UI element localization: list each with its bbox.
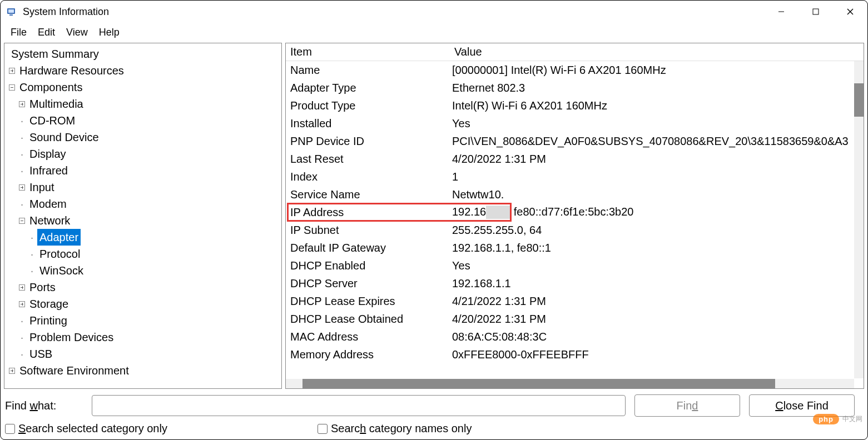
cell-value: 4/21/2022 1:31 PM <box>450 295 864 308</box>
checkbox[interactable] <box>5 424 15 434</box>
col-item[interactable]: Item <box>286 43 450 61</box>
find-panel: Find what: Find Close Find Search select… <box>1 390 867 439</box>
cell-item: IP Subnet <box>286 224 450 237</box>
table-row-ip-address[interactable]: IP Address192.16 fe80::d77:6f1e:5bc:3b20 <box>286 203 864 221</box>
menu-edit[interactable]: Edit <box>32 24 61 41</box>
expand-icon[interactable] <box>9 68 15 74</box>
table-row[interactable]: PNP Device IDPCI\VEN_8086&DEV_A0F0&SUBSY… <box>286 132 864 150</box>
menu-view[interactable]: View <box>61 24 93 41</box>
svg-rect-2 <box>9 14 13 16</box>
tree-modem[interactable]: ·Modem <box>19 196 280 212</box>
table-row[interactable]: Adapter TypeEthernet 802.3 <box>286 79 864 97</box>
table-row[interactable]: Name[00000001] Intel(R) Wi-Fi 6 AX201 16… <box>286 61 864 79</box>
expand-icon[interactable] <box>19 284 25 291</box>
cell-item: PNP Device ID <box>286 135 450 148</box>
cell-item: Last Reset <box>286 153 450 166</box>
menu-help[interactable]: Help <box>93 24 125 41</box>
table-row[interactable]: IP Subnet255.255.255.0, 64 <box>286 221 864 239</box>
cell-value: 192.16 fe80::d77:6f1e:5bc:3b20 <box>450 206 864 219</box>
table-row[interactable]: MAC Address08:6A:C5:08:48:3C <box>286 328 864 346</box>
opt-selected-category[interactable]: Search selected category only <box>5 422 167 435</box>
expand-icon[interactable] <box>9 368 15 374</box>
close-find-button[interactable]: Close Find <box>749 394 855 417</box>
table-row[interactable]: DHCP Server192.168.1.1 <box>286 274 864 292</box>
cell-item: Service Name <box>286 188 450 201</box>
close-button[interactable] <box>833 1 867 23</box>
cell-item: Default IP Gateway <box>286 242 450 254</box>
scrollbar-thumb[interactable] <box>854 83 864 117</box>
cell-value: 4/20/2022 1:31 PM <box>450 153 864 166</box>
table-row[interactable]: Product TypeIntel(R) Wi-Fi 6 AX201 160MH… <box>286 97 864 114</box>
tree-protocol[interactable]: ·Protocol <box>29 246 280 262</box>
cell-item: Memory Address <box>286 348 450 361</box>
scrollbar-thumb[interactable] <box>302 379 775 388</box>
expand-icon[interactable] <box>19 184 25 191</box>
tree-problem-devices[interactable]: ·Problem Devices <box>19 329 280 346</box>
category-tree[interactable]: System Summary Hardware Resources Compon… <box>4 43 282 389</box>
cell-value: 192.168.1.1 <box>450 277 864 290</box>
cell-item: MAC Address <box>286 331 450 343</box>
expand-icon[interactable] <box>19 101 25 107</box>
cell-value: 1 <box>450 171 864 183</box>
table-row[interactable]: Service NameNetwtw10. <box>286 186 864 203</box>
tree-usb[interactable]: ·USB <box>19 346 280 362</box>
watermark: php 中文网 <box>813 414 862 424</box>
tree-cdrom[interactable]: ·CD-ROM <box>19 112 280 129</box>
cell-value: Intel(R) Wi-Fi 6 AX201 160MHz <box>450 99 864 112</box>
find-button[interactable]: Find <box>634 394 740 417</box>
vertical-scrollbar[interactable] <box>854 61 864 378</box>
table-row[interactable]: Last Reset4/20/2022 1:31 PM <box>286 150 864 168</box>
opt-category-names[interactable]: Search category names only <box>318 422 472 435</box>
table-row[interactable]: DHCP EnabledYes <box>286 257 864 274</box>
cell-item: DHCP Lease Expires <box>286 295 450 308</box>
svg-rect-4 <box>813 9 819 14</box>
tree-printing[interactable]: ·Printing <box>19 312 280 329</box>
tree-winsock[interactable]: ·WinSock <box>29 262 280 279</box>
checkbox[interactable] <box>318 424 328 434</box>
tree-storage[interactable]: Storage <box>19 296 280 312</box>
tree-ports[interactable]: Ports <box>19 279 280 296</box>
cell-value: Yes <box>450 117 864 130</box>
tree-sound-device[interactable]: ·Sound Device <box>19 129 280 146</box>
horizontal-scrollbar[interactable] <box>286 379 854 388</box>
minimize-button[interactable] <box>764 1 798 23</box>
menu-file[interactable]: File <box>5 24 32 41</box>
table-row[interactable]: Index1 <box>286 168 864 186</box>
tree-infrared[interactable]: ·Infrared <box>19 162 280 179</box>
expand-icon[interactable] <box>19 301 25 307</box>
cell-item: Name <box>286 64 450 77</box>
redacted-block <box>486 206 510 219</box>
watermark-tag: php <box>813 414 839 424</box>
col-value[interactable]: Value <box>450 43 864 61</box>
table-row[interactable]: InstalledYes <box>286 114 864 132</box>
tree-adapter[interactable]: ·Adapter <box>29 229 280 246</box>
cell-value: 0xFFEE8000-0xFFEEBFFF <box>450 348 864 361</box>
tree-display[interactable]: ·Display <box>19 146 280 162</box>
find-input[interactable] <box>92 395 626 416</box>
cell-item: DHCP Enabled <box>286 259 450 272</box>
cell-item: Product Type <box>286 99 450 112</box>
collapse-icon[interactable] <box>19 218 25 224</box>
table-row[interactable]: DHCP Lease Obtained4/20/2022 1:31 PM <box>286 310 864 328</box>
cell-item: DHCP Server <box>286 277 450 290</box>
table-row[interactable]: DHCP Lease Expires4/21/2022 1:31 PM <box>286 292 864 310</box>
tree-components[interactable]: Components <box>9 79 280 96</box>
cell-item: Installed <box>286 117 450 130</box>
menubar: File Edit View Help <box>1 23 867 42</box>
collapse-icon[interactable] <box>9 84 15 91</box>
tree-input[interactable]: Input <box>19 179 280 196</box>
tree-system-summary[interactable]: System Summary <box>9 46 280 62</box>
table-row[interactable]: Default IP Gateway192.168.1.1, fe80::1 <box>286 239 864 257</box>
grid-header[interactable]: Item Value <box>286 43 864 61</box>
tree-network[interactable]: Network <box>19 212 280 229</box>
svg-rect-1 <box>8 9 14 13</box>
table-row[interactable]: Memory Address0xFFEE8000-0xFFEEBFFF <box>286 346 864 363</box>
cell-item: DHCP Lease Obtained <box>286 313 450 326</box>
tree-hardware-resources[interactable]: Hardware Resources <box>9 62 280 79</box>
tree-software-environment[interactable]: Software Environment <box>9 362 280 379</box>
cell-value: PCI\VEN_8086&DEV_A0F0&SUBSYS_40708086&RE… <box>450 135 864 148</box>
tree-multimedia[interactable]: Multimedia <box>19 96 280 112</box>
cell-value: 255.255.255.0, 64 <box>450 224 864 237</box>
maximize-button[interactable] <box>798 1 833 23</box>
window-title: System Information <box>23 6 764 18</box>
